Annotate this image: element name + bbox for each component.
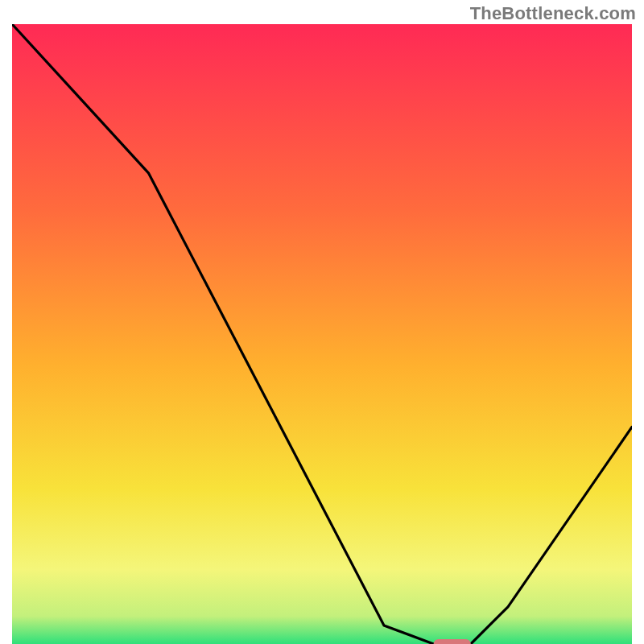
watermark-label: TheBottleneck.com [470, 3, 636, 24]
gradient-background [12, 24, 632, 644]
bottleneck-chart [12, 24, 632, 644]
chart-stage: TheBottleneck.com [0, 0, 644, 644]
highlight-segment [434, 639, 471, 644]
